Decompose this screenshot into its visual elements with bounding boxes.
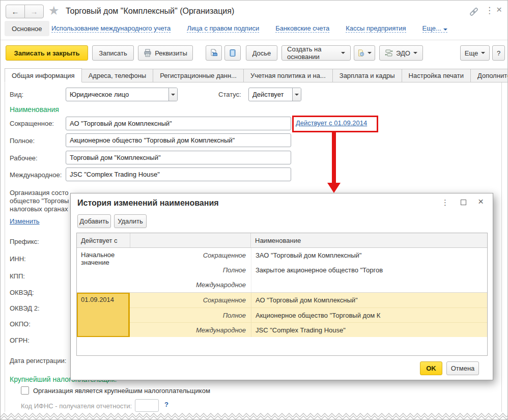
- dialog-kebab-icon[interactable]: ⋮: [441, 199, 449, 206]
- create-based-on-label: Создать на основании: [287, 45, 338, 61]
- nav-link-signatories[interactable]: Лица с правом подписи: [187, 24, 259, 33]
- change-link-label: Изменить: [10, 217, 40, 225]
- tab-print-settings[interactable]: Настройка печати: [402, 69, 471, 82]
- chevron-down-icon: [295, 94, 299, 96]
- edo-label: ЭДО: [396, 49, 410, 57]
- full-name-input[interactable]: Акционерное общество "Торговый дом Компл…: [66, 133, 291, 147]
- dossier-label: Досье: [252, 49, 271, 57]
- scheduled-document-button[interactable]: [354, 45, 375, 61]
- okpo-label: ОКПО:: [10, 320, 31, 328]
- more-label: Еще: [465, 49, 478, 57]
- dialog-maximize-icon[interactable]: [461, 200, 466, 205]
- kpp-label: КПП:: [10, 272, 25, 280]
- ifns-code-input[interactable]: [135, 399, 159, 412]
- field-name: Международное: [130, 326, 251, 334]
- nav-tab-main[interactable]: Основное: [5, 21, 49, 36]
- window-menu-kebab-icon[interactable]: ⋮: [485, 7, 494, 14]
- tab-salary-hr[interactable]: Зарплата и кадры: [332, 69, 402, 82]
- field-name: Сокращенное: [130, 251, 251, 259]
- tab-registration-data[interactable]: Регистрационные данн...: [153, 69, 244, 82]
- nav-link-more[interactable]: Еще...: [422, 24, 447, 33]
- chevron-down-icon: [413, 52, 417, 54]
- ifns-help-icon[interactable]: ?: [164, 401, 168, 408]
- international-name-input[interactable]: JSC "Complex Trading House": [66, 167, 291, 181]
- window-close-icon[interactable]: ×: [496, 6, 502, 13]
- kind-label: Вид:: [10, 91, 23, 98]
- tab-accounting-policy[interactable]: Учетная политика и на...: [243, 69, 333, 82]
- nav-link-more-label: Еще...: [422, 24, 441, 32]
- help-button[interactable]: ?: [492, 45, 505, 61]
- kind-select[interactable]: Юридическое лицо: [66, 88, 178, 101]
- col-field[interactable]: [130, 233, 251, 247]
- table-row[interactable]: Международное JSC "Complex Trading House…: [130, 322, 487, 337]
- field-value: Закрытое акционерное общество "Торгов: [251, 263, 487, 277]
- registration-date-label: Дата регистрации:: [10, 357, 66, 365]
- dossier-button[interactable]: Досье: [246, 45, 277, 61]
- table-row[interactable]: Сокращенное АО "Торговый дом Комплексный…: [130, 293, 487, 307]
- history-table-header: Действует с Наименование: [77, 233, 487, 248]
- history-date-cell-selected[interactable]: 01.09.2014: [77, 293, 130, 337]
- table-row[interactable]: Полное Закрытое акционерное общество "То…: [130, 263, 487, 277]
- ok-button[interactable]: OK: [420, 361, 442, 375]
- prefix-label: Префикс:: [10, 238, 39, 245]
- requisites-button[interactable]: Реквизиты: [138, 45, 193, 61]
- working-name-value: Торговый дом "Комплексный": [70, 154, 161, 161]
- field-value: [251, 277, 487, 292]
- nav-link-bank-accounts[interactable]: Банковские счета: [275, 24, 329, 33]
- international-name-value: JSC "Complex Trading House": [70, 171, 160, 178]
- back-button[interactable]: ←: [6, 5, 25, 18]
- dialog-title: История изменений наименования: [77, 199, 219, 208]
- more-button[interactable]: Еще: [460, 45, 490, 61]
- list-icon: [229, 49, 237, 57]
- nav-link-cash-desks[interactable]: Кассы предприятия: [346, 24, 406, 33]
- tab-addresses[interactable]: Адреса, телефоны: [81, 69, 154, 82]
- okved-label: ОКВЭД:: [10, 289, 34, 296]
- save-and-close-button[interactable]: Записать и закрыть: [6, 45, 88, 61]
- chevron-down-icon: [171, 94, 175, 96]
- international-name-label: Международное:: [10, 171, 62, 179]
- dialog-close-icon[interactable]: ×: [478, 198, 484, 205]
- tab-general-info[interactable]: Общая информация: [5, 68, 82, 82]
- org-text-line1: Организация состо: [10, 189, 70, 197]
- copy-link-icon[interactable]: [469, 7, 479, 18]
- short-name-input[interactable]: АО "Торговый дом Комплексный": [66, 117, 291, 130]
- short-name-label: Сокращенное:: [10, 120, 54, 127]
- largest-taxpayer-checkbox[interactable]: [21, 386, 29, 395]
- edo-button[interactable]: ЭДО: [379, 45, 423, 61]
- working-name-input[interactable]: Торговый дом "Комплексный": [66, 151, 291, 164]
- chevron-down-icon: [341, 52, 345, 54]
- add-button[interactable]: Добавить: [77, 214, 111, 228]
- save-button[interactable]: Записать: [92, 45, 134, 61]
- create-based-on-button[interactable]: Создать на основании: [281, 45, 351, 61]
- history-date-cell[interactable]: Начальное значение: [77, 248, 130, 292]
- table-row[interactable]: Полное Акционерное общество "Торговый до…: [130, 307, 487, 322]
- tab-additional[interactable]: Дополнительно: [470, 69, 508, 82]
- table-row[interactable]: Международное: [130, 277, 487, 292]
- status-select[interactable]: Действует: [248, 88, 301, 101]
- list-button[interactable]: [224, 45, 241, 61]
- status-value: Действует: [252, 91, 284, 98]
- red-arrow-shaft: [332, 132, 336, 184]
- delete-button[interactable]: Удалить: [114, 214, 147, 228]
- favorite-star-icon[interactable]: ★: [48, 4, 60, 18]
- col-valid-from[interactable]: Действует с: [77, 237, 130, 244]
- cancel-button[interactable]: Отмена: [446, 361, 479, 375]
- largest-taxpayer-checkbox-label: Организация является крупнейшим налогопл…: [33, 387, 210, 395]
- org-registered-text: Организация состо общество "Торговы нало…: [10, 189, 70, 213]
- valid-from-link[interactable]: Действует с 01.09.2014: [296, 119, 367, 127]
- forward-button[interactable]: →: [24, 5, 44, 18]
- change-link[interactable]: Изменить: [10, 217, 40, 225]
- ifns-code-label: Код ИФНС - получателя отчетности:: [21, 402, 132, 410]
- col-name[interactable]: Наименование: [251, 237, 487, 244]
- cancel-label: Отмена: [451, 365, 475, 372]
- history-table: Действует с Наименование Начальное значе…: [76, 233, 488, 356]
- nav-link-international-accounting[interactable]: Использование международного учета: [51, 24, 171, 33]
- printer-icon: [144, 49, 152, 57]
- table-row[interactable]: Сокращенное ЗАО "Торговый дом Комплексны…: [130, 248, 487, 263]
- kind-value: Юридическое лицо: [70, 91, 129, 98]
- torn-edge-decoration: [1, 412, 508, 420]
- document-import-icon: [210, 49, 218, 57]
- field-value: АО "Торговый дом Комплексный": [251, 293, 487, 307]
- load-data-button[interactable]: [206, 45, 222, 61]
- okved2-label: ОКВЭД 2:: [10, 304, 40, 312]
